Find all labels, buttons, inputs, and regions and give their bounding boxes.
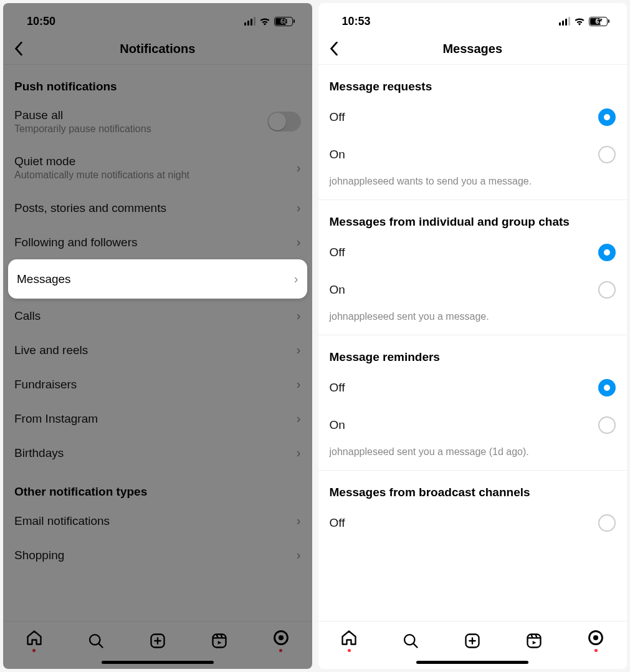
broadcast-off-row[interactable]: Off: [318, 504, 628, 542]
reminders-title: Message reminders: [318, 335, 628, 369]
quiet-mode-sub: Automatically mute notifications at nigh…: [14, 170, 189, 181]
svg-rect-5: [212, 634, 226, 647]
tab-reels[interactable]: [525, 632, 543, 650]
chevron-right-icon: ›: [297, 309, 301, 323]
chevron-right-icon: ›: [297, 161, 301, 175]
option-on-label: On: [330, 418, 345, 432]
nav-header: Notifications: [3, 33, 312, 65]
content-area[interactable]: Push notifications Pause all Temporarily…: [3, 65, 312, 621]
option-off-label: Off: [330, 516, 345, 530]
chats-off-row[interactable]: Off: [318, 234, 628, 271]
home-indicator[interactable]: [416, 661, 528, 664]
svg-point-15: [593, 635, 598, 640]
chevron-right-icon: ›: [294, 272, 298, 286]
content-area[interactable]: Message requests Off On johnappleseed wa…: [318, 65, 628, 621]
from-ig-row[interactable]: From Instagram›: [3, 401, 312, 436]
option-off-label: Off: [330, 246, 345, 259]
calls-row[interactable]: Calls›: [3, 299, 312, 333]
shopping-row[interactable]: Shopping›: [3, 538, 312, 572]
calls-label: Calls: [14, 309, 41, 323]
reminders-off-row[interactable]: Off: [318, 369, 628, 406]
notification-dot-icon: [348, 649, 351, 652]
tab-search[interactable]: [402, 632, 419, 650]
radio-selected-icon[interactable]: [598, 108, 616, 126]
notification-dot-icon: [594, 649, 598, 652]
tab-home[interactable]: [340, 629, 358, 652]
option-on-label: On: [330, 148, 345, 161]
wifi-icon: [574, 17, 585, 26]
requests-on-row[interactable]: On: [318, 136, 628, 173]
fundraisers-row[interactable]: Fundraisers›: [3, 367, 312, 401]
status-time: 10:50: [27, 15, 55, 28]
chevron-right-icon: ›: [297, 201, 301, 215]
option-off-label: Off: [330, 381, 345, 395]
following-row[interactable]: Following and followers›: [3, 225, 312, 259]
option-off-label: Off: [330, 110, 345, 124]
tab-bar: [318, 621, 628, 657]
tab-home[interactable]: [26, 629, 43, 652]
status-bar: 10:50 68: [3, 3, 312, 33]
requests-title: Message requests: [318, 65, 628, 98]
radio-unselected-icon[interactable]: [598, 146, 616, 163]
following-label: Following and followers: [14, 236, 138, 249]
radio-unselected-icon[interactable]: [598, 281, 616, 299]
status-time: 10:53: [342, 15, 371, 28]
messages-settings-screen: 10:53 67 Messages Message requests Off O…: [318, 3, 628, 669]
chats-hint: johnappleseed sent you a message.: [318, 309, 628, 335]
cellular-icon: [244, 17, 255, 26]
radio-unselected-icon[interactable]: [598, 514, 616, 532]
option-on-label: On: [330, 283, 345, 297]
posts-label: Posts, stories and comments: [14, 201, 166, 215]
status-bar: 10:53 67: [318, 3, 628, 33]
page-title: Notifications: [3, 42, 312, 56]
quiet-mode-row[interactable]: Quiet mode Automatically mute notificati…: [3, 145, 312, 191]
notifications-screen: 10:50 68 Notifications Push notification…: [3, 3, 312, 669]
pause-all-toggle[interactable]: [267, 112, 301, 132]
email-label: Email notifications: [14, 514, 110, 528]
birthdays-row[interactable]: Birthdays›: [3, 436, 312, 470]
battery-icon: 67: [589, 17, 609, 26]
reminders-on-row[interactable]: On: [318, 406, 628, 444]
svg-rect-13: [528, 634, 541, 647]
tab-profile[interactable]: [587, 629, 604, 652]
chevron-right-icon: ›: [297, 548, 301, 562]
birthdays-label: Birthdays: [14, 446, 64, 460]
tab-create[interactable]: [464, 632, 481, 650]
chevron-right-icon: ›: [297, 235, 301, 249]
shopping-label: Shopping: [14, 549, 64, 562]
messages-row[interactable]: Messages ›: [8, 259, 307, 299]
chevron-right-icon: ›: [297, 514, 301, 528]
status-icons: 68: [244, 17, 295, 26]
broadcast-title: Messages from broadcast channels: [318, 471, 628, 504]
notification-dot-icon: [32, 649, 36, 652]
cellular-icon: [559, 17, 570, 26]
tab-reels[interactable]: [211, 632, 228, 650]
pause-all-row[interactable]: Pause all Temporarily pause notification…: [3, 98, 312, 145]
radio-selected-icon[interactable]: [598, 244, 616, 261]
radio-selected-icon[interactable]: [598, 379, 616, 396]
from-ig-label: From Instagram: [14, 412, 98, 426]
chats-on-row[interactable]: On: [318, 271, 628, 309]
tab-search[interactable]: [87, 632, 105, 650]
requests-off-row[interactable]: Off: [318, 98, 628, 136]
svg-line-1: [98, 643, 102, 647]
chevron-right-icon: ›: [297, 446, 301, 460]
tab-profile[interactable]: [272, 629, 290, 652]
tab-bar: [3, 621, 312, 657]
radio-unselected-icon[interactable]: [598, 416, 616, 434]
live-label: Live and reels: [14, 343, 88, 357]
section-other-title: Other notification types: [3, 470, 312, 504]
quiet-mode-label: Quiet mode: [14, 155, 189, 168]
email-row[interactable]: Email notifications›: [3, 504, 312, 538]
chevron-right-icon: ›: [297, 377, 301, 391]
svg-point-7: [279, 635, 284, 640]
home-indicator[interactable]: [102, 661, 214, 664]
pause-all-label: Pause all: [14, 108, 151, 122]
nav-header: Messages: [318, 33, 628, 65]
reminders-hint: johnappleseed sent you a message (1d ago…: [318, 444, 628, 471]
tab-create[interactable]: [149, 632, 166, 650]
live-row[interactable]: Live and reels›: [3, 333, 312, 367]
svg-line-9: [414, 643, 418, 647]
page-title: Messages: [318, 42, 628, 56]
posts-row[interactable]: Posts, stories and comments›: [3, 191, 312, 225]
